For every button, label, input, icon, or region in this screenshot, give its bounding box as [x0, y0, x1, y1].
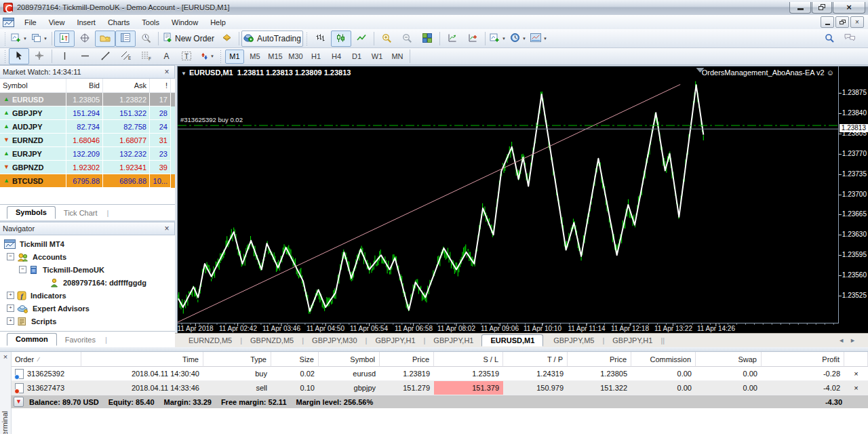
add-indicator-button[interactable]: [462, 31, 483, 47]
new-chart-button[interactable]: ▼: [9, 31, 29, 47]
navigator-item-2089797164-ddffffggdg[interactable]: 2089797164: ddffffggdg: [0, 276, 175, 289]
fibonacci-button[interactable]: F: [136, 48, 156, 64]
minimize-button[interactable]: [789, 2, 811, 14]
search-button[interactable]: [819, 31, 840, 47]
navigator-close-icon[interactable]: ×: [162, 224, 172, 233]
tab-scroll-arrows[interactable]: ◄►: [838, 337, 861, 344]
orders-column-size[interactable]: Size: [271, 352, 319, 367]
orders-column-profit[interactable]: Profit: [762, 352, 844, 367]
market-watch-row-btcusd[interactable]: ▲BTCUSD6795.886896.8810...: [0, 174, 175, 188]
chart-candles-button[interactable]: [331, 31, 351, 47]
chart-tab-eurnzd-m5[interactable]: EURNZD,M5: [180, 335, 240, 346]
market-watch-row-gbpnzd[interactable]: ▼GBPNZD1.923021.9234139: [0, 161, 175, 174]
metaeditor-button[interactable]: [216, 31, 237, 47]
orders-column-order[interactable]: Order∕: [11, 352, 81, 367]
restore-button[interactable]: [812, 2, 832, 14]
market-watch-row-gbpjpy[interactable]: ▲GBPJPY151.294151.32228: [0, 106, 175, 120]
terminal-splitter[interactable]: [0, 347, 868, 352]
label-button[interactable]: T: [176, 48, 197, 64]
timeframe-m1[interactable]: M1: [225, 50, 244, 64]
orders-column-t-p[interactable]: T / P: [503, 352, 568, 367]
add-chart-button[interactable]: ▼: [488, 31, 508, 47]
chart-tab-gbpnzd-m5[interactable]: GBPNZD,M5: [242, 335, 302, 346]
market-watch-tab-tick-chart[interactable]: Tick Chart: [56, 208, 106, 219]
market-watch-row-audjpy[interactable]: ▲AUDJPY82.73482.75824: [0, 120, 175, 134]
periods-button[interactable]: ▼: [508, 31, 528, 47]
orders-column-type[interactable]: Type: [203, 352, 271, 367]
strategy-tester-button[interactable]: [136, 31, 156, 47]
chart-plot-area[interactable]: ▼EURUSD,M1 1.23811 1.23813 1.23809 1.238…: [178, 66, 839, 323]
expand-plus-icon[interactable]: +: [7, 292, 14, 299]
order-row-313625392[interactable]: 3136253922018.04.11 14:30:40buy0.02eurus…: [11, 367, 868, 381]
chart-tab-gbpjpy-h1[interactable]: GBPJPY,H1: [367, 335, 423, 346]
timeframe-m30[interactable]: M30: [286, 50, 305, 64]
menu-charts[interactable]: Charts: [102, 16, 136, 28]
close-button[interactable]: ×: [833, 2, 865, 14]
autotrading-button[interactable]: AutoTrading: [241, 31, 303, 47]
navigator-item-expert-advisors[interactable]: +Expert Advisors: [0, 302, 175, 315]
market-watch-row-eurusd[interactable]: ▲EURUSD1.238051.2382217: [0, 93, 175, 106]
market-watch-row-eurjpy[interactable]: ▲EURJPY132.209132.23223: [0, 147, 175, 161]
price-axis[interactable]: 1.238751.238401.238051.237701.237351.237…: [839, 66, 868, 323]
channel-button[interactable]: E: [115, 48, 136, 64]
child-close-button[interactable]: ×: [850, 16, 864, 28]
terminal-button[interactable]: [115, 31, 136, 47]
cursor-button[interactable]: [9, 48, 29, 64]
timeframe-h4[interactable]: H4: [327, 50, 346, 64]
orders-column-swap[interactable]: Swap: [696, 352, 762, 367]
time-axis[interactable]: 11 Apr 201811 Apr 02:4211 Apr 03:4611 Ap…: [178, 323, 868, 334]
indicators-button[interactable]: [442, 31, 462, 47]
expand-plus-icon[interactable]: +: [7, 304, 14, 312]
data-window-button[interactable]: [75, 31, 95, 47]
orders-column-s-l[interactable]: S / L: [434, 352, 503, 367]
navigator-button[interactable]: [95, 31, 115, 47]
navigator-item-accounts[interactable]: −Accounts: [0, 250, 175, 263]
arrows-button[interactable]: ▼: [197, 48, 217, 64]
tile-windows-button[interactable]: [417, 31, 437, 47]
timeframe-w1[interactable]: W1: [368, 50, 387, 64]
hline-button[interactable]: [75, 48, 95, 64]
column-header-spread[interactable]: !: [150, 79, 171, 92]
chart-tab-gbpjpy-m5[interactable]: GBPJPY,M5: [545, 335, 602, 346]
text-button[interactable]: A: [156, 48, 176, 64]
toolbar-grip[interactable]: [306, 32, 308, 45]
market-watch-tab-symbols[interactable]: Symbols: [7, 206, 56, 219]
navigator-tab-common[interactable]: Common: [7, 333, 57, 346]
close-order-icon[interactable]: ×: [844, 381, 868, 395]
column-header-bid[interactable]: Bid: [66, 79, 103, 92]
navigator-item-indicators[interactable]: +fIndicators: [0, 289, 175, 302]
vline-button[interactable]: [54, 48, 75, 64]
menu-view[interactable]: View: [43, 16, 71, 28]
chart-tab-gbpjpy-m30[interactable]: GBPJPY,M30: [304, 335, 365, 346]
chart-tab-gbpjpy-h1[interactable]: GBPJPY,H1: [425, 335, 481, 346]
orders-column-price[interactable]: Price: [568, 352, 631, 367]
menu-window[interactable]: Window: [165, 16, 204, 28]
toolbar-grip[interactable]: [4, 32, 6, 45]
chart-tab-gbpjpy-h1[interactable]: GBPJPY,H1: [604, 335, 660, 346]
orders-column-time[interactable]: Time: [81, 352, 203, 367]
navigator-item-tickmill-mt4[interactable]: Tickmill MT4: [0, 237, 175, 250]
trendline-button[interactable]: [95, 48, 115, 64]
navigator-tab-favorites[interactable]: Favorites: [57, 334, 104, 346]
zoom-in-button[interactable]: [376, 31, 397, 47]
templates-button[interactable]: ▼: [528, 31, 549, 47]
toolbar-grip[interactable]: [4, 50, 6, 63]
terminal-close-icon[interactable]: ×: [1, 353, 9, 361]
close-order-icon[interactable]: ×: [844, 367, 868, 381]
orders-column-commission[interactable]: Commission: [631, 352, 696, 367]
market-watch-row-eurnzd[interactable]: ▼EURNZD1.680461.6807731: [0, 134, 175, 147]
chart-bars-button[interactable]: [311, 31, 331, 47]
menu-insert[interactable]: Insert: [71, 16, 102, 28]
menu-tools[interactable]: Tools: [136, 16, 165, 28]
profiles-button[interactable]: ▼: [29, 31, 50, 47]
new-order-button[interactable]: New Order: [161, 31, 216, 47]
navigator-item-scripts[interactable]: +Scripts: [0, 315, 175, 328]
chat-button[interactable]: [840, 31, 860, 47]
menu-file[interactable]: File: [18, 16, 43, 28]
chart-tab-eurusd-m1[interactable]: EURUSD,M1: [481, 334, 543, 347]
market-watch-button[interactable]: [54, 31, 75, 47]
chart-line-button[interactable]: [351, 31, 372, 47]
navigator-item-tickmill-demouk[interactable]: −Tickmill-DemoUK: [0, 263, 175, 276]
toolbar-grip[interactable]: [220, 50, 222, 63]
zoom-out-button[interactable]: [397, 31, 417, 47]
